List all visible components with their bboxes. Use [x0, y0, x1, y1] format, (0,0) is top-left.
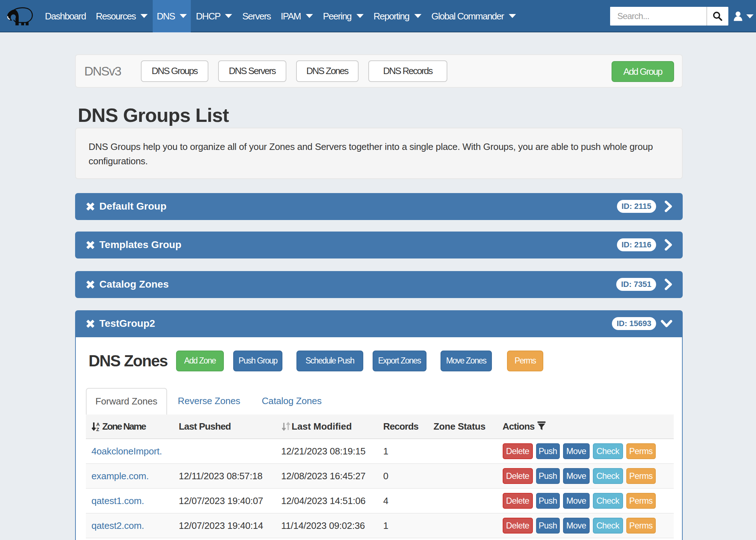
svg-text:Z: Z — [96, 427, 99, 431]
svg-text:A: A — [96, 422, 100, 427]
